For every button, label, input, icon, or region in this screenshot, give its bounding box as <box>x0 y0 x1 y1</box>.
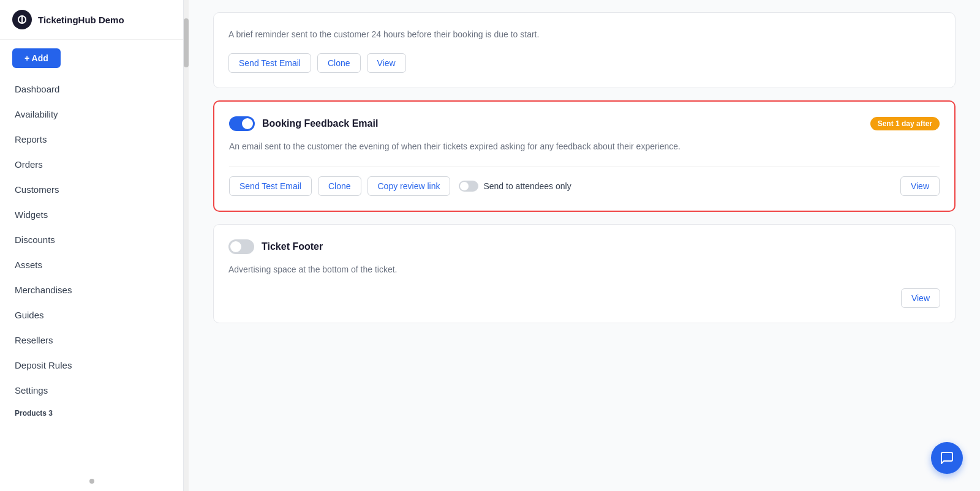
feedback-title: Booking Feedback Email <box>262 118 378 129</box>
sidebar-item-reports[interactable]: Reports <box>0 127 183 152</box>
feedback-view-button[interactable]: View <box>900 176 940 196</box>
feedback-card-header: Booking Feedback Email Sent 1 day after <box>229 116 940 131</box>
feedback-send-test-email-button[interactable]: Send Test Email <box>229 176 312 196</box>
sidebar-item-customers[interactable]: Customers <box>0 177 183 202</box>
sidebar-item-deposit-rules[interactable]: Deposit Rules <box>0 353 183 378</box>
footer-view-row: View <box>228 288 940 308</box>
reminder-description: A brief reminder sent to the customer 24… <box>228 28 940 41</box>
feedback-clone-button[interactable]: Clone <box>318 176 361 196</box>
sidebar-item-discounts[interactable]: Discounts <box>0 227 183 252</box>
footer-toggle[interactable] <box>228 239 254 254</box>
sidebar-section-products: Products 3 <box>0 403 183 420</box>
footer-title: Ticket Footer <box>262 241 323 252</box>
sidebar-item-resellers[interactable]: Resellers <box>0 328 183 353</box>
reminder-actions: Send Test Email Clone View <box>228 53 940 73</box>
sidebar-header: TicketingHub Demo <box>0 0 183 40</box>
sidebar-item-availability[interactable]: Availability <box>0 102 183 127</box>
attendees-toggle-knob <box>460 182 469 190</box>
feedback-actions: Send Test Email Clone Copy review link S… <box>229 176 571 196</box>
add-button[interactable]: + Add <box>12 48 61 68</box>
sidebar-item-assets[interactable]: Assets <box>0 252 183 277</box>
footer-card-header: Ticket Footer <box>228 239 940 254</box>
footer-toggle-knob <box>230 241 241 252</box>
feedback-description: An email sent to the customer the evenin… <box>229 140 940 153</box>
sidebar-item-dashboard[interactable]: Dashboard <box>0 77 183 102</box>
chat-fab-button[interactable] <box>931 442 963 474</box>
feedback-bottom-row: Send Test Email Clone Copy review link S… <box>229 176 940 196</box>
attendees-row: Send to attendees only <box>459 181 571 192</box>
attendees-toggle[interactable] <box>459 181 478 192</box>
reminder-clone-button[interactable]: Clone <box>317 53 361 73</box>
sidebar-item-settings[interactable]: Settings <box>0 378 183 403</box>
sidebar-item-orders[interactable]: Orders <box>0 152 183 177</box>
reminder-view-button[interactable]: View <box>367 53 406 73</box>
footer-view-button[interactable]: View <box>901 288 940 308</box>
logo-icon <box>12 10 32 29</box>
reminder-send-test-email-button[interactable]: Send Test Email <box>228 53 311 73</box>
sidebar-item-merchandises[interactable]: Merchandises <box>0 277 183 302</box>
scroll-bar[interactable] <box>184 0 189 491</box>
sidebar-item-guides[interactable]: Guides <box>0 302 183 328</box>
footer-title-row: Ticket Footer <box>228 239 323 254</box>
feedback-card: Booking Feedback Email Sent 1 day after … <box>213 100 956 211</box>
main-content: A brief reminder sent to the customer 24… <box>189 0 980 491</box>
attendees-label: Send to attendees only <box>483 181 571 191</box>
sidebar: TicketingHub Demo + Add Dashboard Availa… <box>0 0 184 491</box>
sidebar-item-widgets[interactable]: Widgets <box>0 202 183 227</box>
footer-description: Advertising space at the bottom of the t… <box>228 263 940 276</box>
feedback-copy-review-button[interactable]: Copy review link <box>368 176 451 196</box>
feedback-title-row: Booking Feedback Email <box>229 116 378 131</box>
footer-card: Ticket Footer Advertising space at the b… <box>213 224 956 323</box>
feedback-toggle-knob <box>242 118 253 129</box>
feedback-badge: Sent 1 day after <box>870 117 940 130</box>
feedback-toggle[interactable] <box>229 116 255 131</box>
reminder-card: A brief reminder sent to the customer 24… <box>213 12 956 88</box>
brand-name: TicketingHub Demo <box>38 15 124 25</box>
feedback-divider <box>229 166 940 167</box>
